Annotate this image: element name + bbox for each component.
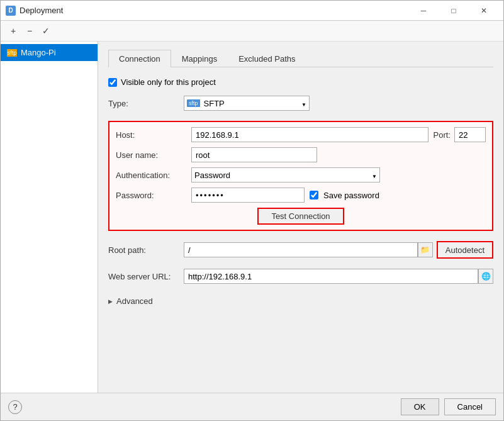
settings-panel: Connection Mappings Excluded Paths Visib…: [98, 42, 503, 393]
toolbar: + − ✓: [1, 21, 503, 42]
help-button[interactable]: ?: [8, 400, 22, 414]
root-path-row: Root path: 📁 Autodetect: [108, 241, 493, 259]
confirm-button[interactable]: ✓: [38, 23, 53, 38]
window-title: Deployment: [20, 6, 63, 15]
auth-row: Authentication: Password: [116, 167, 486, 182]
app-icon: D: [6, 6, 16, 16]
advanced-label: Advanced: [116, 296, 153, 306]
auth-dropdown-icon: [372, 171, 377, 180]
web-url-row: Web server URL: 🌐: [108, 269, 493, 284]
root-path-label: Root path:: [108, 245, 184, 255]
deployment-dialog: D Deployment ─ □ ✕ + − ✓ sftp Mango-Pi C…: [0, 0, 504, 421]
type-value: SFTP: [204, 99, 225, 108]
type-dropdown-icon: [301, 99, 306, 108]
visible-only-row: Visible only for this project: [108, 77, 493, 87]
sftp-icon: sftp: [7, 49, 17, 57]
sftp-badge: sftp: [187, 99, 200, 107]
ok-button[interactable]: OK: [401, 398, 439, 415]
title-bar: D Deployment ─ □ ✕: [1, 1, 503, 21]
tab-excluded-paths[interactable]: Excluded Paths: [228, 50, 306, 67]
visible-only-checkbox[interactable]: [108, 78, 117, 87]
username-label: User name:: [116, 150, 191, 160]
host-label: Host:: [116, 130, 191, 140]
root-path-input[interactable]: [184, 242, 418, 257]
connection-credentials-section: Host: Port: User name: Authentication:: [108, 121, 493, 231]
auth-value: Password: [194, 171, 230, 180]
visible-only-label: Visible only for this project: [121, 77, 216, 87]
maximize-button[interactable]: □: [439, 1, 468, 21]
autodetect-button[interactable]: Autodetect: [437, 241, 493, 259]
advanced-section[interactable]: Advanced: [108, 294, 493, 308]
sidebar-item-label: Mango-Pi: [21, 48, 56, 57]
password-label: Password:: [116, 191, 191, 200]
username-input[interactable]: [191, 147, 317, 162]
remove-server-button[interactable]: −: [22, 23, 37, 38]
cancel-button[interactable]: Cancel: [444, 398, 496, 415]
advanced-chevron-icon: [108, 298, 113, 305]
main-content: sftp Mango-Pi Connection Mappings Exclud…: [1, 42, 503, 393]
save-password-label: Save password: [323, 191, 379, 200]
auth-label: Authentication:: [116, 171, 191, 180]
close-button[interactable]: ✕: [469, 1, 498, 21]
tab-bar: Connection Mappings Excluded Paths: [108, 49, 493, 67]
add-server-button[interactable]: +: [6, 23, 21, 38]
sidebar-item-mango-pi[interactable]: sftp Mango-Pi: [1, 44, 98, 61]
browse-folder-button[interactable]: 📁: [418, 242, 433, 257]
port-input[interactable]: [454, 127, 486, 142]
web-url-input[interactable]: [184, 269, 478, 284]
minimize-button[interactable]: ─: [409, 1, 438, 21]
open-browser-button[interactable]: 🌐: [478, 269, 493, 284]
host-input[interactable]: [191, 127, 428, 142]
port-label: Port:: [434, 130, 451, 140]
bottom-bar: ? OK Cancel: [1, 393, 503, 420]
type-row: Type: sftp SFTP: [108, 96, 493, 111]
username-row: User name:: [116, 147, 486, 162]
host-row: Host: Port:: [116, 127, 486, 142]
web-url-label: Web server URL:: [108, 272, 184, 281]
type-select[interactable]: sftp SFTP: [184, 96, 310, 111]
save-password-checkbox[interactable]: [310, 191, 318, 199]
auth-select[interactable]: Password: [191, 167, 380, 182]
password-input[interactable]: [191, 188, 305, 203]
test-connection-button[interactable]: Test Connection: [257, 208, 344, 225]
password-row: Password: Save password: [116, 188, 486, 203]
sidebar: sftp Mango-Pi: [1, 42, 98, 393]
tab-connection[interactable]: Connection: [108, 50, 171, 67]
folder-icon: 📁: [420, 245, 430, 254]
type-label: Type:: [108, 99, 184, 108]
globe-icon: 🌐: [481, 272, 491, 281]
tab-mappings[interactable]: Mappings: [171, 50, 228, 67]
